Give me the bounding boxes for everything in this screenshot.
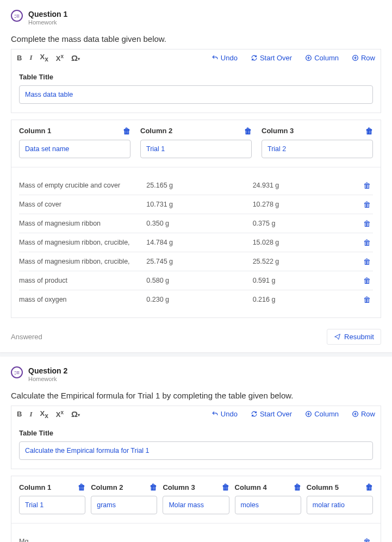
subscript-button[interactable]: Xx bbox=[40, 409, 48, 420]
italic-button[interactable]: I bbox=[29, 53, 32, 62]
col4-input[interactable] bbox=[235, 496, 301, 514]
delete-row-button[interactable]: 🗑 bbox=[363, 219, 371, 228]
delete-col3-button[interactable]: 🗑 bbox=[365, 127, 373, 135]
table-row: Mass of magnesium ribbon, crucible,25.74… bbox=[19, 252, 373, 271]
row-trial2[interactable]: 15.028 g bbox=[253, 233, 359, 252]
superscript-button[interactable]: Xx bbox=[56, 409, 64, 419]
col2-input[interactable] bbox=[91, 496, 157, 514]
delete-row-button[interactable]: 🗑 bbox=[363, 276, 371, 285]
row-name[interactable]: Mass of cover bbox=[19, 195, 146, 214]
col3-input[interactable] bbox=[262, 140, 373, 158]
row-trial2[interactable]: 24.931 g bbox=[253, 176, 359, 195]
columns-panel: Column 1🗑 Column 2🗑 Column 3🗑 Column 4🗑 … bbox=[11, 476, 381, 542]
question-title: Question 1 bbox=[28, 10, 67, 18]
table-row: mass of product0.580 g0.591 g🗑 bbox=[19, 271, 373, 290]
col5-input[interactable] bbox=[307, 496, 373, 514]
row-name[interactable]: Mass of magnesium ribbon, crucible, bbox=[19, 252, 146, 271]
omega-button[interactable]: Ω ▾ bbox=[71, 53, 80, 63]
row-name[interactable]: Mg bbox=[19, 532, 88, 542]
col2-label: Column 2 bbox=[140, 127, 172, 135]
row-trial2[interactable]: 25.522 g bbox=[253, 252, 359, 271]
row-trial1[interactable]: 25.745 g bbox=[146, 252, 252, 271]
delete-col1-button[interactable]: 🗑 bbox=[78, 483, 85, 491]
row-trial1[interactable]: 25.165 g bbox=[146, 176, 252, 195]
resubmit-button[interactable]: Resubmit bbox=[327, 329, 381, 345]
col1-label: Column 1 bbox=[19, 127, 51, 135]
row-name[interactable]: mass of product bbox=[19, 271, 146, 290]
row-trial2[interactable]: 0.591 g bbox=[253, 271, 359, 290]
question-header: :≡ Question 1 Homework bbox=[11, 10, 381, 26]
delete-col1-button[interactable]: 🗑 bbox=[123, 127, 130, 135]
row-name[interactable]: mass of oxygen bbox=[19, 290, 146, 309]
col3-input[interactable] bbox=[163, 496, 229, 514]
subscript-button[interactable]: Xx bbox=[40, 53, 48, 63]
row-trial2[interactable]: 10.278 g bbox=[253, 195, 359, 214]
col2-input[interactable] bbox=[140, 140, 252, 158]
delete-row-button[interactable]: 🗑 bbox=[363, 200, 371, 209]
question-card-2: :≡ Question 2 Homework Calculate the Emp… bbox=[0, 357, 392, 542]
plus-circle-icon bbox=[305, 54, 312, 61]
table-title-label: Table Title bbox=[19, 73, 373, 81]
table-row: Mass of cover10.731 g10.278 g🗑 bbox=[19, 195, 373, 214]
delete-row-button[interactable]: 🗑 bbox=[363, 238, 371, 247]
undo-button[interactable]: Undo bbox=[211, 54, 238, 62]
row-name[interactable]: Mass of magnesium ribbon, crucible, bbox=[19, 233, 146, 252]
col1-input[interactable] bbox=[19, 496, 85, 514]
delete-col3-button[interactable]: 🗑 bbox=[222, 483, 229, 491]
col4-label: Column 4 bbox=[235, 483, 267, 491]
row-trial1[interactable]: 0.230 g bbox=[146, 290, 252, 309]
row-trial1[interactable]: 10.731 g bbox=[146, 195, 252, 214]
row-name[interactable]: Mass of empty crucible and cover bbox=[19, 176, 146, 195]
delete-row-button[interactable]: 🗑 bbox=[363, 181, 371, 190]
col2-label: Column 2 bbox=[91, 483, 123, 491]
columns-panel: Column 1🗑 Column 2🗑 Column 3🗑 Mass of em… bbox=[11, 120, 381, 318]
delete-row-button[interactable]: 🗑 bbox=[363, 257, 371, 266]
table-title-input[interactable] bbox=[19, 85, 373, 104]
row-trial1[interactable]: 0.580 g bbox=[146, 271, 252, 290]
delete-col5-button[interactable]: 🗑 bbox=[365, 483, 373, 491]
table-row: mass of oxygen0.230 g0.216 g🗑 bbox=[19, 290, 373, 309]
col5-label: Column 5 bbox=[307, 483, 339, 491]
question-card-1: :≡ Question 1 Homework Complete the mass… bbox=[0, 0, 392, 352]
row-c4[interactable] bbox=[226, 532, 295, 542]
omega-button[interactable]: Ω ▾ bbox=[71, 409, 80, 419]
add-row-button[interactable]: Row bbox=[352, 54, 375, 62]
row-c5[interactable] bbox=[295, 532, 359, 542]
row-trial2[interactable]: 0.375 g bbox=[253, 214, 359, 233]
row-c2[interactable] bbox=[88, 532, 157, 542]
delete-row-button[interactable]: 🗑 bbox=[363, 537, 371, 542]
add-column-button[interactable]: Column bbox=[305, 54, 339, 62]
table-title-panel: Table Title bbox=[11, 422, 381, 469]
delete-col2-button[interactable]: 🗑 bbox=[244, 127, 252, 135]
col1-input[interactable] bbox=[19, 140, 130, 158]
bold-button[interactable]: B bbox=[17, 54, 22, 62]
row-trial1[interactable]: 0.350 g bbox=[146, 214, 252, 233]
delete-col2-button[interactable]: 🗑 bbox=[150, 483, 157, 491]
superscript-button[interactable]: Xx bbox=[56, 53, 64, 63]
question-header: :≡ Question 2 Homework bbox=[11, 366, 381, 382]
add-column-button[interactable]: Column bbox=[305, 410, 339, 418]
row-trial1[interactable]: 14.784 g bbox=[146, 233, 252, 252]
add-row-button[interactable]: Row bbox=[352, 410, 375, 418]
start-over-button[interactable]: Start Over bbox=[251, 54, 292, 62]
table-title-input[interactable] bbox=[19, 441, 373, 460]
row-name[interactable]: Mass of magnesium ribbon bbox=[19, 214, 146, 233]
answered-status: Answered bbox=[11, 333, 42, 341]
undo-button[interactable]: Undo bbox=[211, 410, 238, 418]
table-row: Mass of empty crucible and cover25.165 g… bbox=[19, 176, 373, 195]
plus-circle-icon bbox=[352, 54, 359, 61]
editor-toolbar: B I Xx Xx Ω ▾ Undo Start Over Column Row bbox=[11, 49, 381, 66]
row-c3[interactable] bbox=[157, 532, 226, 542]
italic-button[interactable]: I bbox=[29, 410, 32, 419]
col3-label: Column 3 bbox=[262, 127, 294, 135]
table-title-label: Table Title bbox=[19, 429, 373, 437]
start-over-button[interactable]: Start Over bbox=[251, 410, 292, 418]
col3-label: Column 3 bbox=[163, 483, 195, 491]
data-table: Mg🗑O🗑 bbox=[19, 532, 373, 542]
bold-button[interactable]: B bbox=[17, 410, 22, 418]
question-title: Question 2 bbox=[28, 366, 67, 375]
delete-row-button[interactable]: 🗑 bbox=[363, 295, 371, 304]
delete-col4-button[interactable]: 🗑 bbox=[294, 483, 301, 491]
row-trial2[interactable]: 0.216 g bbox=[253, 290, 359, 309]
undo-icon bbox=[211, 54, 219, 61]
